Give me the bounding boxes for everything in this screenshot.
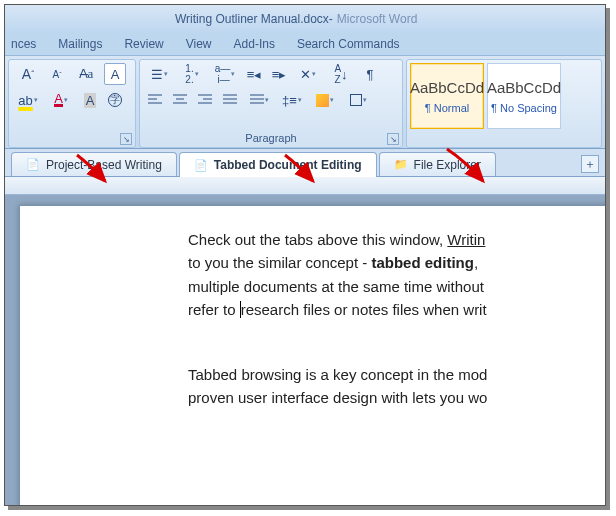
enclose-characters-button[interactable]: 字 [104, 89, 126, 111]
document-tab[interactable]: 📄 Project-Based Writing [11, 152, 177, 176]
ribbon-tab[interactable]: Search Commands [297, 37, 400, 51]
document-tab[interactable]: 📁 File Explorer [379, 152, 496, 176]
clear-formatting-button[interactable]: A̶a [71, 63, 101, 85]
style-no-spacing[interactable]: AaBbCcDd ¶ No Spacing [487, 63, 561, 129]
plus-icon: ＋ [584, 156, 596, 173]
character-border-button[interactable]: A [104, 63, 126, 85]
multilevel-list-button[interactable]: a— i—▾ [210, 63, 240, 85]
grow-font-button[interactable]: Aˆ [13, 63, 43, 85]
asian-layout-button[interactable]: ✕▾ [293, 63, 323, 85]
paragraph-group: ☰▾ 1.2.▾ a— i—▾ ≡◂ ≡▸ ✕▾ AZ↓ ¶ ▾ ‡≡▾ ▾ [139, 59, 403, 148]
font-group: Aˆ Aˇ A̶a A ab▾ A▾ A 字 ↘ [8, 59, 136, 148]
body-text: Check out the tabs above this window, Wr… [188, 228, 605, 321]
character-shading-button[interactable]: A [79, 89, 101, 111]
align-right-button[interactable] [194, 89, 216, 111]
ribbon-tab[interactable]: View [186, 37, 212, 51]
ribbon-tab-strip: nces Mailings Review View Add-Ins Search… [5, 33, 605, 55]
font-color-button[interactable]: A▾ [46, 89, 76, 111]
align-center-button[interactable] [169, 89, 191, 111]
increase-indent-button[interactable]: ≡▸ [268, 63, 290, 85]
ribbon-tab[interactable]: Add-Ins [234, 37, 275, 51]
distributed-button[interactable]: ▾ [244, 89, 274, 111]
numbering-button[interactable]: 1.2.▾ [177, 63, 207, 85]
dialog-launcher-icon[interactable]: ↘ [120, 133, 132, 145]
document-icon: 📄 [26, 158, 40, 172]
document-tab-strip: 📄 Project-Based Writing 📄 Tabbed Documen… [5, 149, 605, 177]
ribbon-tab[interactable]: nces [11, 37, 36, 51]
new-tab-button[interactable]: ＋ [581, 155, 599, 173]
body-text: Tabbed browsing is a key concept in the … [188, 363, 605, 410]
shrink-font-button[interactable]: Aˇ [46, 63, 68, 85]
styles-group: AaBbCcDd ¶ Normal AaBbCcDd ¶ No Spacing [406, 59, 602, 148]
document-title: Writing Outliner Manual.docx [175, 12, 329, 26]
dialog-launcher-icon[interactable]: ↘ [387, 133, 399, 145]
align-left-button[interactable] [144, 89, 166, 111]
ribbon: Aˆ Aˇ A̶a A ab▾ A▾ A 字 ↘ ☰▾ 1.2.▾ [5, 55, 605, 149]
group-label: Paragraph↘ [144, 130, 398, 146]
app-name: Microsoft Word [337, 12, 417, 26]
page[interactable]: Check out the tabs above this window, Wr… [19, 205, 605, 505]
horizontal-ruler[interactable] [5, 177, 605, 195]
borders-button[interactable]: ▾ [343, 89, 373, 111]
sort-button[interactable]: AZ↓ [326, 63, 356, 85]
title-bar: Writing Outliner Manual.docx - Microsoft… [5, 5, 605, 33]
text-highlight-button[interactable]: ab▾ [13, 89, 43, 111]
show-hide-button[interactable]: ¶ [359, 63, 381, 85]
style-normal[interactable]: AaBbCcDd ¶ Normal [410, 63, 484, 129]
ribbon-tab[interactable]: Review [124, 37, 163, 51]
line-spacing-button[interactable]: ‡≡▾ [277, 89, 307, 111]
ribbon-tab[interactable]: Mailings [58, 37, 102, 51]
justify-button[interactable] [219, 89, 241, 111]
shading-button[interactable]: ▾ [310, 89, 340, 111]
document-icon: 📄 [194, 158, 208, 172]
decrease-indent-button[interactable]: ≡◂ [243, 63, 265, 85]
bullets-button[interactable]: ☰▾ [144, 63, 174, 85]
document-tab-active[interactable]: 📄 Tabbed Document Editing [179, 152, 377, 177]
group-label: ↘ [13, 130, 131, 146]
folder-icon: 📁 [394, 158, 408, 172]
document-area: Check out the tabs above this window, Wr… [5, 177, 605, 505]
